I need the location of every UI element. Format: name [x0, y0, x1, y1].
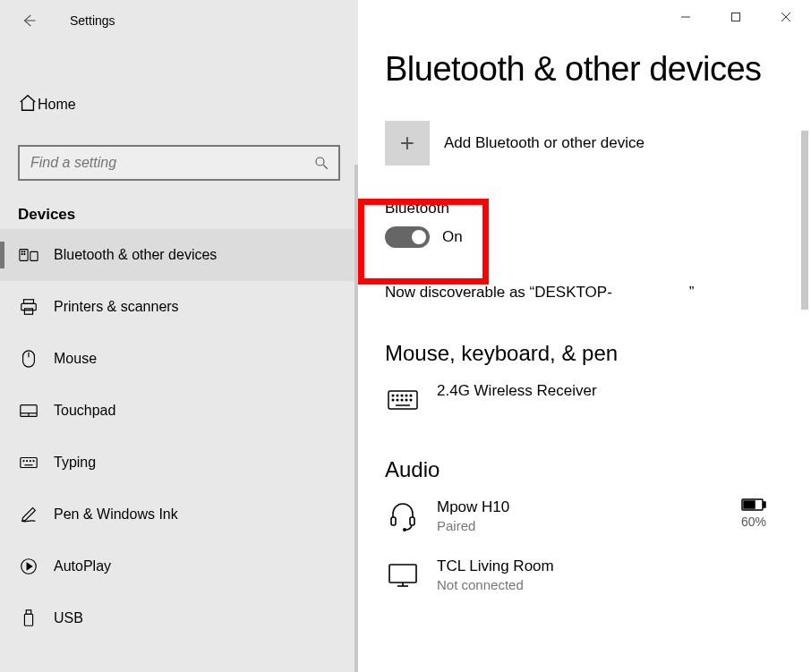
nav-bluetooth-other-devices[interactable]: Bluetooth & other devices [0, 229, 358, 281]
svg-rect-41 [410, 517, 414, 525]
nav-pen-windows-ink[interactable]: Pen & Windows Ink [0, 489, 358, 540]
nav-label: Pen & Windows Ink [54, 506, 178, 523]
mouse-icon [21, 349, 37, 369]
usb-icon [21, 608, 36, 628]
nav-label: Printers & scanners [54, 299, 179, 315]
svg-rect-8 [21, 303, 37, 310]
search-input[interactable] [29, 154, 313, 172]
plus-icon: + [385, 121, 430, 166]
discoverable-text: Now discoverable as “DESKTOP- ” [385, 284, 811, 302]
device-mpow-h10[interactable]: Mpow H10 Paired 60% [385, 498, 811, 534]
svg-rect-25 [732, 13, 740, 21]
nav-typing[interactable]: Typing [0, 437, 358, 489]
svg-point-19 [33, 461, 34, 462]
nav-label: Touchpad [54, 403, 115, 419]
devices-icon [19, 248, 38, 262]
nav-list: Bluetooth & other devices Printers & sca… [0, 229, 358, 644]
battery-icon [741, 498, 766, 511]
battery-percent: 60% [741, 515, 766, 529]
search-icon [313, 155, 329, 171]
svg-point-38 [410, 399, 412, 401]
content-scrollbar[interactable] [798, 41, 811, 672]
category-title: Devices [18, 206, 358, 224]
nav-touchpad[interactable]: Touchpad [0, 385, 358, 437]
nav-usb[interactable]: USB [0, 592, 358, 644]
maximize-button[interactable] [711, 0, 761, 34]
home-button[interactable]: Home [0, 79, 358, 131]
svg-point-2 [21, 251, 22, 252]
content-pane: Bluetooth & other devices + Add Bluetoot… [358, 0, 811, 672]
nav-autoplay[interactable]: AutoPlay [0, 540, 358, 592]
keyboard-icon [387, 389, 419, 411]
device-name: Mpow H10 [437, 498, 509, 516]
app-title: Settings [70, 13, 115, 28]
autoplay-icon [19, 557, 38, 576]
close-button[interactable] [761, 0, 811, 34]
sidebar-header: Settings [0, 0, 358, 41]
svg-rect-7 [24, 300, 34, 304]
svg-rect-44 [764, 502, 765, 507]
add-device-button[interactable]: + Add Bluetooth or other device [385, 121, 811, 166]
add-device-label: Add Bluetooth or other device [444, 134, 645, 152]
svg-point-0 [316, 157, 324, 166]
svg-point-4 [21, 254, 22, 255]
svg-point-30 [397, 395, 398, 396]
printer-icon [19, 297, 38, 317]
device-status: Not connected [437, 577, 554, 592]
svg-rect-22 [26, 610, 31, 615]
discoverable-suffix: ” [689, 284, 695, 302]
svg-point-33 [410, 395, 412, 396]
svg-point-37 [406, 399, 407, 401]
device-status: Paired [437, 518, 509, 533]
nav-label: Mouse [54, 351, 97, 367]
back-arrow-icon [21, 13, 37, 29]
bluetooth-toggle[interactable] [385, 226, 430, 248]
svg-rect-9 [24, 309, 32, 314]
bluetooth-toggle-section: Bluetooth On [385, 191, 475, 260]
bluetooth-toggle-state: On [442, 228, 463, 246]
svg-point-29 [392, 395, 394, 396]
headset-icon [388, 501, 418, 532]
device-tcl-living-room[interactable]: TCL Living Room Not connected [385, 557, 811, 593]
svg-point-35 [397, 399, 398, 401]
svg-rect-15 [21, 458, 37, 468]
bluetooth-label: Bluetooth [385, 200, 463, 217]
svg-point-3 [24, 251, 25, 252]
nav-label: AutoPlay [54, 558, 111, 574]
device-wireless-receiver[interactable]: 2.4G Wireless Receiver [385, 382, 811, 418]
back-button[interactable] [18, 10, 39, 31]
close-icon [781, 12, 791, 22]
device-name: TCL Living Room [437, 557, 554, 575]
nav-label: Typing [54, 455, 96, 471]
section-audio: Audio [385, 457, 811, 482]
svg-point-17 [27, 461, 28, 462]
svg-point-34 [392, 399, 394, 401]
window-controls [661, 0, 811, 34]
svg-point-18 [30, 461, 30, 462]
svg-rect-23 [24, 614, 32, 625]
redacted-computer-name [614, 284, 687, 302]
svg-rect-1 [20, 250, 28, 261]
sidebar: Settings Home Devices Bluetooth & other … [0, 0, 358, 672]
minimize-button[interactable] [661, 0, 711, 34]
svg-point-31 [401, 395, 403, 396]
svg-point-5 [24, 254, 25, 255]
keyboard-icon [19, 455, 38, 470]
page-title: Bluetooth & other devices [385, 50, 811, 89]
section-mouse-keyboard-pen: Mouse, keyboard, & pen [385, 341, 811, 366]
minimize-icon [680, 12, 691, 22]
svg-rect-6 [30, 251, 38, 260]
touchpad-icon [19, 403, 38, 419]
svg-rect-46 [389, 565, 416, 583]
svg-point-42 [404, 529, 406, 531]
svg-point-36 [401, 399, 403, 401]
nav-label: USB [54, 610, 83, 626]
display-icon [387, 562, 419, 589]
search-box[interactable] [18, 145, 340, 181]
home-label: Home [38, 97, 76, 113]
maximize-icon [730, 12, 741, 22]
home-icon [18, 93, 38, 113]
nav-mouse[interactable]: Mouse [0, 333, 358, 385]
svg-point-16 [23, 461, 24, 462]
nav-printers-scanners[interactable]: Printers & scanners [0, 281, 358, 333]
